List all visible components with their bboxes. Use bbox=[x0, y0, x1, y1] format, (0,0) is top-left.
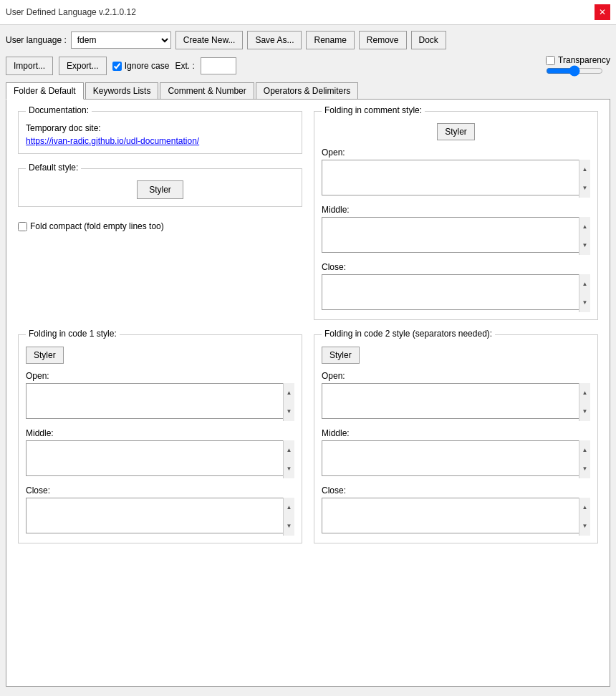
code2-open-scroll-up[interactable]: ▲ bbox=[579, 383, 590, 402]
comment-open-scroll-up[interactable]: ▲ bbox=[579, 160, 590, 179]
tab-comment-number[interactable]: Comment & Number bbox=[160, 82, 254, 99]
code2-open-textarea[interactable] bbox=[322, 383, 590, 419]
comment-open-wrap: ▲ ▼ bbox=[322, 160, 590, 198]
comment-close-scroll-up[interactable]: ▲ bbox=[579, 274, 590, 294]
code1-close-wrap: ▲ ▼ bbox=[26, 498, 294, 536]
comment-middle-label: Middle: bbox=[322, 205, 590, 215]
user-language-label: User language : bbox=[6, 35, 67, 45]
default-style-title: Default style: bbox=[26, 163, 81, 173]
code2-open-scroll-down[interactable]: ▼ bbox=[579, 402, 590, 422]
transparency-slider[interactable] bbox=[546, 65, 603, 77]
default-style-panel: Default style: Styler bbox=[18, 168, 302, 207]
right-column-top: Folding in comment style: Styler Open: ▲… bbox=[314, 111, 598, 320]
default-styler-button[interactable]: Styler bbox=[137, 180, 183, 199]
toolbar-row: User language : fdem Create New... Save … bbox=[6, 31, 610, 49]
code1-close-textarea[interactable] bbox=[26, 498, 294, 533]
code1-middle-textarea[interactable] bbox=[26, 440, 294, 476]
code2-middle-label: Middle: bbox=[322, 428, 590, 438]
transparency-checkbox[interactable] bbox=[546, 56, 555, 65]
comment-open-textarea[interactable] bbox=[322, 160, 590, 195]
close-button[interactable]: ✕ bbox=[595, 4, 610, 20]
code2-open-wrap: ▲ ▼ bbox=[322, 383, 590, 421]
comment-close-wrap: ▲ ▼ bbox=[322, 274, 590, 312]
comment-close-label: Close: bbox=[322, 262, 590, 272]
tab-keywords-lists[interactable]: Keywords Lists bbox=[85, 82, 159, 99]
code2-close-scroll-down[interactable]: ▼ bbox=[579, 517, 590, 536]
remove-button[interactable]: Remove bbox=[359, 31, 407, 49]
ext-input[interactable]: of bbox=[201, 57, 236, 74]
folding-comment-panel: Folding in comment style: Styler Open: ▲… bbox=[314, 111, 598, 320]
dock-button[interactable]: Dock bbox=[411, 31, 446, 49]
code2-middle-scroll-up[interactable]: ▲ bbox=[579, 440, 590, 460]
left-column: Documentation: Temporary doc site: https… bbox=[18, 111, 302, 320]
import-button[interactable]: Import... bbox=[6, 57, 53, 75]
code2-styler-button[interactable]: Styler bbox=[322, 347, 360, 364]
tab-operators-delimiters[interactable]: Operators & Delimiters bbox=[256, 82, 358, 99]
code2-close-wrap: ▲ ▼ bbox=[322, 498, 590, 536]
code1-close-label: Close: bbox=[26, 485, 294, 496]
code2-close-label: Close: bbox=[322, 485, 590, 496]
create-new-button[interactable]: Create New... bbox=[175, 31, 244, 49]
comment-open-scroll-down[interactable]: ▼ bbox=[579, 179, 590, 198]
code2-middle-textarea[interactable] bbox=[322, 440, 590, 476]
comment-middle-scroll-down[interactable]: ▼ bbox=[579, 236, 590, 256]
documentation-title: Documentation: bbox=[26, 105, 92, 115]
bottom-panels: Folding in code 1 style: Styler Open: ▲ … bbox=[18, 334, 598, 543]
rename-button[interactable]: Rename bbox=[306, 31, 354, 49]
folding-code1-panel: Folding in code 1 style: Styler Open: ▲ … bbox=[18, 334, 302, 543]
content-area: Documentation: Temporary doc site: https… bbox=[6, 100, 610, 687]
code2-middle-scroll-down[interactable]: ▼ bbox=[579, 460, 590, 479]
comment-close-scroll-down[interactable]: ▼ bbox=[579, 294, 590, 313]
fold-compact-checkbox[interactable] bbox=[18, 222, 27, 231]
ext-label: Ext. : bbox=[175, 61, 194, 71]
doc-site-label: Temporary doc site: bbox=[26, 123, 294, 133]
folding-code2-panel: Folding in code 2 style (separators need… bbox=[314, 334, 598, 543]
folding-code2-title: Folding in code 2 style (separators need… bbox=[322, 329, 495, 339]
transparency-label: Transparency bbox=[558, 55, 610, 65]
save-as-button[interactable]: Save As... bbox=[247, 31, 302, 49]
export-button[interactable]: Export... bbox=[59, 57, 107, 75]
title-bar: User Defined Language v.2.1.0.12 ✕ bbox=[0, 0, 616, 25]
code2-close-textarea[interactable] bbox=[322, 498, 590, 533]
doc-link[interactable]: https://ivan-radic.github.io/udl-documen… bbox=[26, 136, 199, 146]
window-title: User Defined Language v.2.1.0.12 bbox=[6, 7, 136, 17]
code1-open-wrap: ▲ ▼ bbox=[26, 383, 294, 421]
code1-middle-wrap: ▲ ▼ bbox=[26, 440, 294, 478]
code1-close-scroll-down[interactable]: ▼ bbox=[284, 517, 294, 536]
folding-code1-title: Folding in code 1 style: bbox=[26, 329, 120, 339]
code1-styler-button[interactable]: Styler bbox=[26, 347, 64, 364]
top-panels: Documentation: Temporary doc site: https… bbox=[18, 111, 598, 320]
code2-middle-wrap: ▲ ▼ bbox=[322, 440, 590, 478]
tab-folder-default[interactable]: Folder & Default bbox=[6, 82, 84, 100]
code1-middle-scroll-up[interactable]: ▲ bbox=[284, 440, 294, 460]
code2-close-scroll-up[interactable]: ▲ bbox=[579, 498, 590, 517]
code1-open-scroll-up[interactable]: ▲ bbox=[284, 383, 294, 402]
code1-open-textarea[interactable] bbox=[26, 383, 294, 419]
ignore-case-checkbox[interactable] bbox=[112, 62, 122, 71]
comment-open-label: Open: bbox=[322, 148, 590, 158]
code1-open-scroll-down[interactable]: ▼ bbox=[284, 402, 294, 422]
tabs-bar: Folder & Default Keywords Lists Comment … bbox=[6, 82, 610, 100]
fold-compact-label: Fold compact (fold empty lines too) bbox=[30, 221, 164, 231]
main-window: User language : fdem Create New... Save … bbox=[0, 25, 616, 692]
options-row: Import... Export... Ignore case Ext. : o… bbox=[6, 55, 610, 77]
comment-styler-button[interactable]: Styler bbox=[437, 123, 475, 140]
code1-open-label: Open: bbox=[26, 371, 294, 381]
code1-middle-label: Middle: bbox=[26, 428, 294, 438]
folding-comment-title: Folding in comment style: bbox=[322, 105, 425, 115]
comment-middle-wrap: ▲ ▼ bbox=[322, 217, 590, 255]
code1-close-scroll-up[interactable]: ▲ bbox=[284, 498, 294, 517]
documentation-panel: Documentation: Temporary doc site: https… bbox=[18, 111, 302, 154]
code2-open-label: Open: bbox=[322, 371, 590, 381]
user-language-select[interactable]: fdem bbox=[71, 32, 171, 49]
code1-middle-scroll-down[interactable]: ▼ bbox=[284, 460, 294, 479]
transparency-area: Transparency bbox=[546, 55, 610, 77]
comment-middle-scroll-up[interactable]: ▲ bbox=[579, 217, 590, 236]
comment-close-textarea[interactable] bbox=[322, 274, 590, 310]
comment-middle-textarea[interactable] bbox=[322, 217, 590, 253]
ignore-case-label[interactable]: Ignore case bbox=[112, 61, 170, 71]
fold-compact-row: Fold compact (fold empty lines too) bbox=[18, 221, 302, 231]
